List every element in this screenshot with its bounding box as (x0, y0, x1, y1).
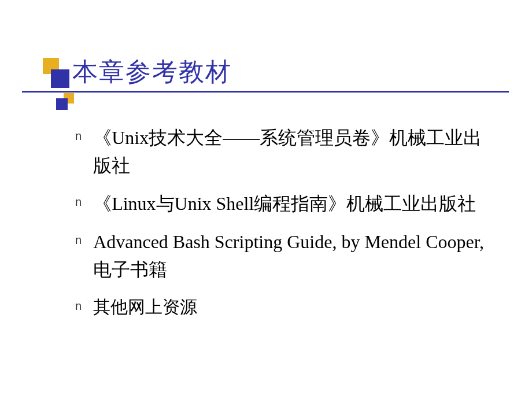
bullet-marker: n (75, 300, 82, 313)
bullet-marker: n (75, 234, 82, 247)
content-area: n 《Unix技术大全——系统管理员卷》机械工业出版社 n 《Linux与Uni… (0, 89, 532, 320)
list-item: n 《Unix技术大全——系统管理员卷》机械工业出版社 (75, 124, 497, 179)
title-section: 本章参考教材 (0, 0, 532, 89)
list-item: n 其他网上资源 (75, 294, 497, 320)
list-item: n 《Linux与Unix Shell编程指南》机械工业出版社 (75, 190, 497, 217)
decoration-square-blue-top (51, 69, 69, 88)
title-underline (22, 91, 509, 93)
decoration-square-blue-bottom (56, 98, 68, 110)
bullet-text: 《Unix技术大全——系统管理员卷》机械工业出版社 (93, 124, 497, 179)
list-item: n Advanced Bash Scripting Guide, by Mend… (75, 228, 497, 283)
bullet-marker: n (75, 130, 82, 143)
bullet-text: 其他网上资源 (93, 294, 197, 320)
bullet-text: 《Linux与Unix Shell编程指南》机械工业出版社 (93, 190, 476, 217)
bullet-marker: n (75, 195, 82, 209)
slide-title: 本章参考教材 (72, 55, 532, 89)
bullet-text: Advanced Bash Scripting Guide, by Mendel… (93, 228, 497, 283)
